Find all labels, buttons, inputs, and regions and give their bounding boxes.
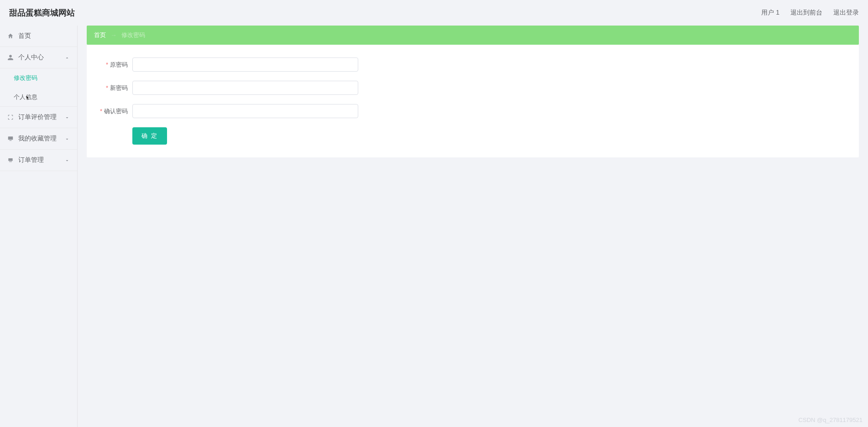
- sidebar-item-home[interactable]: 首页: [0, 26, 77, 47]
- svg-rect-1: [10, 141, 12, 141]
- svg-rect-2: [8, 158, 12, 161]
- new-password-input[interactable]: [132, 81, 358, 95]
- new-password-label: *新密码: [96, 84, 132, 92]
- form-row-new-password: *新密码: [96, 81, 850, 95]
- label-text: 新密码: [110, 84, 128, 91]
- sidebar-item-label: 我的收藏管理: [18, 135, 57, 143]
- svg-rect-0: [8, 136, 13, 140]
- sidebar-item-label: 订单管理: [18, 156, 44, 164]
- sidebar-item-label: 首页: [18, 32, 31, 40]
- logout-link[interactable]: 退出登录: [833, 9, 859, 17]
- app-logo: 甜品蛋糕商城网站: [9, 7, 75, 18]
- breadcrumb-home[interactable]: 首页: [94, 31, 106, 39]
- form-panel: *原密码 *新密码 *确认密码 确 定: [87, 45, 859, 157]
- required-mark-icon: *: [106, 61, 108, 68]
- sidebar-item-label: 个人信息: [14, 93, 37, 101]
- label-text: 确认密码: [104, 108, 128, 115]
- form-actions: 确 定: [96, 127, 850, 145]
- layout: 首页 个人中心 修改密码 个人信息 订: [0, 26, 868, 427]
- sidebar-subitem-change-password[interactable]: 修改密码: [0, 68, 77, 88]
- home-icon: [7, 33, 14, 39]
- sidebar-item-personal-center[interactable]: 个人中心: [0, 47, 77, 68]
- exit-to-front-link[interactable]: 退出到前台: [790, 9, 822, 17]
- user-icon: [7, 54, 14, 61]
- sidebar-item-label: 修改密码: [14, 74, 37, 82]
- sidebar-subitem-personal-info[interactable]: 个人信息: [0, 88, 77, 107]
- submit-button[interactable]: 确 定: [132, 127, 167, 145]
- chevron-down-icon: [64, 136, 70, 141]
- chevron-down-icon: [64, 115, 70, 120]
- form-row-confirm-password: *确认密码: [96, 104, 850, 118]
- chevron-down-icon: [64, 157, 70, 163]
- chevron-up-icon: [64, 55, 70, 60]
- breadcrumb-separator-icon: →: [110, 31, 117, 39]
- sidebar: 首页 个人中心 修改密码 个人信息 订: [0, 26, 78, 427]
- expand-icon: [7, 114, 14, 120]
- header-right: 用户 1 退出到前台 退出登录: [761, 9, 859, 17]
- old-password-label: *原密码: [96, 61, 132, 69]
- sidebar-item-order-mgmt[interactable]: 订单管理: [0, 150, 77, 171]
- main-content: 首页 → 修改密码 *原密码 *新密码 *确认密码: [78, 26, 868, 427]
- confirm-password-input[interactable]: [132, 104, 358, 118]
- confirm-password-label: *确认密码: [96, 107, 132, 115]
- breadcrumb-current: 修改密码: [121, 31, 145, 39]
- card-icon: [7, 157, 14, 163]
- sidebar-item-my-favorites[interactable]: 我的收藏管理: [0, 128, 77, 150]
- required-mark-icon: *: [106, 84, 108, 91]
- header: 甜品蛋糕商城网站 用户 1 退出到前台 退出登录: [0, 0, 868, 26]
- breadcrumb: 首页 → 修改密码: [87, 26, 859, 45]
- sidebar-item-order-review[interactable]: 订单评价管理: [0, 107, 77, 128]
- label-text: 原密码: [110, 61, 128, 68]
- required-mark-icon: *: [100, 108, 102, 115]
- old-password-input[interactable]: [132, 57, 358, 72]
- user-label[interactable]: 用户 1: [761, 9, 779, 17]
- sidebar-item-label: 订单评价管理: [18, 113, 57, 121]
- watermark: CSDN @q_2781179521: [799, 417, 863, 423]
- svg-rect-3: [9, 161, 12, 162]
- form-row-old-password: *原密码: [96, 57, 850, 72]
- monitor-icon: [7, 135, 14, 142]
- sidebar-item-label: 个人中心: [18, 53, 44, 62]
